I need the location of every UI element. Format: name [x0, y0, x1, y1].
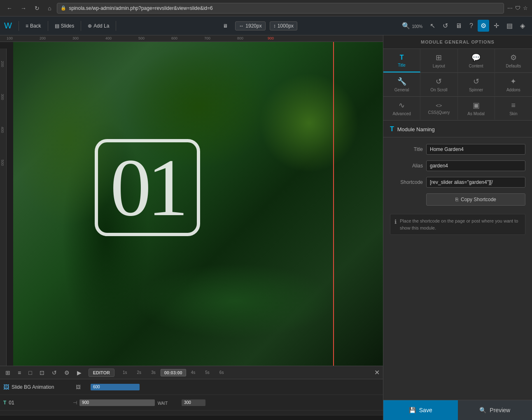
settings-btn[interactable]: ⚙: [478, 20, 489, 32]
text-01-label: 01: [9, 400, 70, 406]
tab-spinner[interactable]: ↺ Spinner: [458, 73, 495, 96]
slides-icon: ▤: [55, 23, 59, 29]
alias-input[interactable]: [426, 160, 525, 171]
theme-btn[interactable]: ◈: [517, 20, 528, 32]
help-btn[interactable]: ?: [467, 20, 476, 32]
timeline-list-btn[interactable]: ≡: [16, 368, 23, 377]
text-01-wait-value: 300: [184, 400, 191, 405]
preview-icon: 🔍: [479, 407, 486, 413]
panel-header-label: MODULE GENERAL OPTIONS: [421, 39, 495, 44]
nav-forward-btn[interactable]: →: [18, 3, 29, 13]
tab-content[interactable]: 💬 Content: [458, 49, 495, 72]
main-layout: 100 200 300 400 500 600 700 800 900 200 …: [0, 35, 532, 420]
browser-shield-icon: 🛡: [515, 5, 520, 11]
tab-title-label: Title: [398, 63, 406, 67]
timeline-editor-tab[interactable]: EDITOR: [89, 369, 114, 377]
slides-button[interactable]: ▤ Slides: [51, 21, 78, 31]
nav-reload-btn[interactable]: ↻: [32, 3, 42, 13]
preview-button[interactable]: 🔍 Preview: [458, 400, 532, 420]
time-mark-4s: 4s: [186, 370, 201, 375]
responsive-btn[interactable]: 🖥: [453, 20, 465, 32]
timeline-refresh-btn[interactable]: ↺: [50, 368, 59, 377]
tab-grid-row3: ∿ Advanced <> CSS/jQuery ▣ As Modal ≡ Sk…: [383, 97, 532, 121]
info-icon: ℹ: [394, 218, 397, 225]
shortcode-input[interactable]: [426, 177, 525, 188]
timeline-play-btn[interactable]: ▶: [75, 368, 84, 377]
current-time-display: 00:03:00: [161, 369, 186, 376]
slide-bg-icon: 🖼: [3, 384, 9, 390]
tab-general-icon: 🔧: [397, 77, 406, 86]
info-text: Place the shortcode on the page or post …: [400, 218, 521, 231]
slide-bg-image-btn[interactable]: 🖼: [76, 384, 81, 390]
red-marker-line: [333, 42, 334, 366]
title-row: Title: [390, 144, 525, 155]
title-input[interactable]: [426, 144, 525, 155]
device-preview-btn[interactable]: 🖥: [219, 21, 231, 31]
nav-home-btn[interactable]: ⌂: [45, 3, 54, 13]
tab-layout[interactable]: ⊞ Layout: [420, 49, 457, 72]
tab-defaults[interactable]: ⚙ Defaults: [495, 49, 532, 72]
wp-logo-icon[interactable]: W: [4, 21, 12, 30]
text-01-bar-area: 900 WAIT 300: [79, 398, 380, 408]
height-icon: ↕: [273, 23, 276, 29]
search-btn[interactable]: 🔍 100%: [399, 20, 425, 32]
add-layer-icon: ⊕: [88, 23, 92, 29]
text-01-bar[interactable]: 900: [79, 399, 154, 406]
tab-advanced[interactable]: ∿ Advanced: [383, 97, 420, 120]
tab-asmodal-label: As Modal: [467, 111, 485, 116]
text-01-icon: T: [3, 400, 6, 406]
text-01-bar-label: 900: [82, 400, 89, 405]
tab-general-label: General: [394, 88, 409, 92]
address-bar[interactable]: 🔒 spinola.se/wp-admin/admin.php?page=rev…: [57, 3, 504, 14]
back-button[interactable]: ≡ Back: [22, 21, 44, 31]
tab-advanced-icon: ∿: [399, 101, 405, 110]
move-btn[interactable]: ✛: [491, 20, 502, 32]
timeline-layers-btn[interactable]: ⊞: [3, 368, 12, 377]
save-button[interactable]: 💾 Save: [383, 400, 458, 420]
undo-btn[interactable]: ↺: [440, 20, 451, 32]
tab-defaults-icon: ⚙: [510, 53, 517, 62]
timeline-close-btn[interactable]: ✕: [374, 369, 380, 376]
shortcode-label: Shortcode: [390, 179, 423, 185]
add-layer-button[interactable]: ⊕ Add La: [84, 21, 112, 31]
copy-shortcode-btn[interactable]: ⎘ Copy Shortcode: [426, 193, 525, 206]
timeline-content: 🖼 Slide BG Animation 🖼 600 T 01 ⊣: [0, 379, 383, 415]
timeline-header: ⊞ ≡ □ ⊡ ↺ ⚙ ▶ EDITOR 1s 2s 3s 00:03:00 4…: [0, 366, 383, 379]
width-display: ↔ 1920px: [235, 21, 265, 30]
time-mark-5s: 5s: [200, 370, 215, 375]
timeline-settings-btn[interactable]: ⚙: [62, 368, 72, 377]
tab-asmodal[interactable]: ▣ As Modal: [458, 97, 495, 120]
wp-toolbar: W ≡ Back ▤ Slides ⊕ Add La 🖥 ↔ 1920px ↕ …: [0, 16, 532, 35]
security-icon: 🔒: [61, 5, 66, 11]
slide-bg-bar[interactable]: 600: [91, 384, 140, 390]
slide-bg-label: Slide BG Animation: [12, 384, 73, 390]
back-label: Back: [30, 23, 41, 29]
slide-number-overlay: 01: [95, 139, 200, 236]
toolbar-divider-2: [48, 21, 48, 31]
tab-addons[interactable]: ✦ Addons: [495, 73, 532, 96]
timeline-grid-btn[interactable]: ⊡: [37, 368, 47, 377]
tab-skin[interactable]: ≡ Skin: [495, 97, 532, 120]
copy-shortcode-label: Copy Shortcode: [461, 197, 496, 202]
timeline-time-markers: 1s 2s 3s 00:03:00 4s 5s 6s: [118, 369, 371, 376]
tab-cssjquery[interactable]: <> CSS/jQuery: [420, 97, 457, 120]
panel-bottom: 💾 Save 🔍 Preview: [383, 400, 532, 420]
resize-icon: ↔: [239, 23, 244, 29]
tab-title[interactable]: T Title: [383, 49, 420, 72]
nav-back-btn[interactable]: ←: [4, 3, 15, 13]
browser-star-icon[interactable]: ☆: [523, 5, 528, 11]
tab-onscroll-icon: ↺: [436, 77, 442, 86]
timeline-folder-btn[interactable]: □: [26, 368, 34, 377]
text-01-wait-bar[interactable]: 300: [182, 399, 205, 406]
slides-label: Slides: [61, 23, 75, 29]
panel-btn[interactable]: ▤: [504, 20, 516, 32]
browser-menu-icon[interactable]: ⋯: [507, 5, 513, 11]
toolbar-center: 🖥 ↔ 1920px ↕ 1000px: [119, 21, 397, 31]
cursor-btn[interactable]: ↖: [427, 20, 438, 32]
tab-general[interactable]: 🔧 General: [383, 73, 420, 96]
text-01-end-btn[interactable]: ⊣: [73, 400, 77, 406]
right-panel: MODULE GENERAL OPTIONS T Title ⊞ Layout …: [383, 35, 532, 420]
add-layer-label: Add La: [93, 23, 109, 29]
tab-onscroll[interactable]: ↺ On Scroll: [420, 73, 457, 96]
save-icon: 💾: [409, 407, 416, 413]
